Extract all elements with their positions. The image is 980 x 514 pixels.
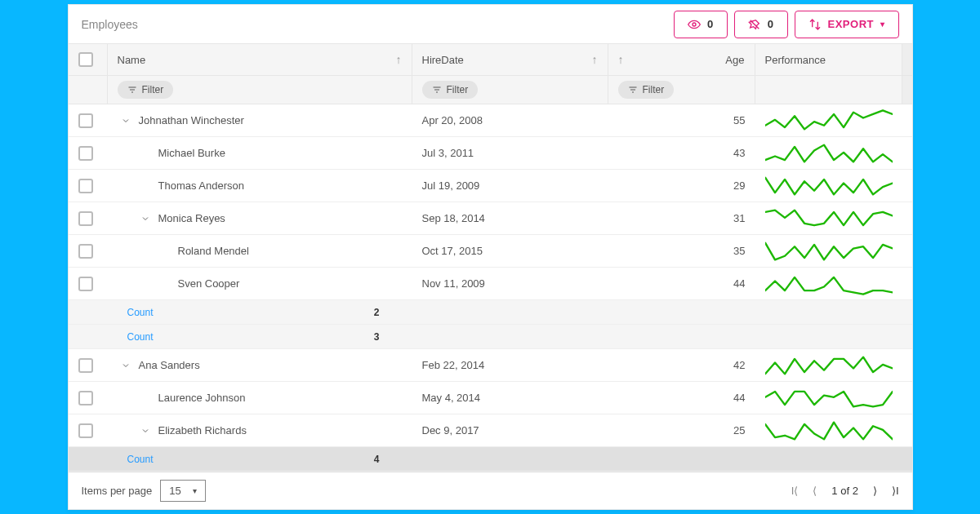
next-page-button[interactable]: ⟩ [873,485,877,497]
summary-label: Count [118,307,154,318]
sort-asc-icon: ↑ [592,53,598,66]
checkbox-icon[interactable] [78,358,93,373]
export-button[interactable]: EXPORT ▾ [795,11,899,38]
items-per-page-label: Items per page [82,485,153,497]
employee-name: Laurence Johnson [158,392,246,404]
last-page-button[interactable]: ⟩I [892,485,899,497]
column-header-age[interactable]: ↑ Age [608,44,755,75]
filter-chip[interactable]: Filter [118,81,174,99]
scrollbar-track [902,44,912,75]
cell-hiredate: Feb 22, 2014 [412,349,608,381]
checkbox-icon[interactable] [78,179,93,193]
page-size-select[interactable]: 15 ▾ [160,480,205,502]
row-checkbox-cell[interactable] [69,202,108,234]
sort-asc-icon: ↑ [618,53,624,66]
row-checkbox-cell[interactable] [69,235,108,267]
checkbox-icon[interactable] [78,113,93,128]
row-checkbox-cell[interactable] [69,268,108,299]
cell-hiredate: Sep 18, 2014 [412,202,608,234]
checkbox-icon[interactable] [78,146,93,161]
table-row[interactable]: Michael BurkeJul 3, 201143 [69,137,912,170]
employee-name: Johnathan Winchester [139,114,244,126]
chevron-down-icon: ▾ [193,486,197,495]
filter-chip[interactable]: Filter [618,81,675,99]
scrollbar-track [902,76,912,104]
page-info: 1 of 2 [831,485,858,497]
filter-cell-performance [755,76,902,104]
table-row[interactable]: Roland MendelOct 17, 201535 [69,235,912,268]
employee-name: Monica Reyes [158,212,225,224]
cell-age: 55 [608,104,755,136]
checkbox-icon[interactable] [78,277,93,291]
row-checkbox-cell[interactable] [69,414,108,446]
cell-name: Michael Burke [108,137,412,169]
page-title: Employees [82,18,668,31]
column-header-hiredate[interactable]: HireDate ↑ [412,44,608,75]
filter-chip[interactable]: Filter [422,81,479,99]
first-page-button[interactable]: I⟨ [791,485,799,497]
cell-name: Monica Reyes [108,202,412,234]
data-grid: Name ↑ HireDate ↑ ↑ Age Performance [69,44,912,472]
table-row[interactable]: Elizabeth RichardsDec 9, 201725 [69,414,912,447]
cell-performance [755,414,902,446]
row-checkbox-cell[interactable] [69,104,108,136]
row-checkbox-cell[interactable] [69,382,108,414]
table-row[interactable]: Thomas AndersonJul 19, 200929 [69,170,912,202]
table-row[interactable]: Laurence JohnsonMay 4, 201444 [69,382,912,414]
filter-label: Filter [447,84,469,95]
cell-performance [755,349,902,381]
chevron-down-icon[interactable] [140,426,152,436]
cell-name: Ana Sanders [108,349,412,381]
eye-icon [688,18,701,31]
column-label: Name [118,54,146,66]
toolbar: Employees 0 0 EXPORT ▾ [69,5,912,44]
row-checkbox-cell[interactable] [69,349,108,381]
checkbox-icon[interactable] [78,211,93,226]
cell-hiredate: Jul 3, 2011 [412,137,608,169]
sparkline-chart [765,353,893,378]
cell-performance [755,104,902,136]
cell-name: Thomas Anderson [108,170,412,202]
column-header-performance[interactable]: Performance [755,44,902,75]
row-checkbox-cell[interactable] [69,170,108,202]
chevron-down-icon[interactable] [121,361,132,370]
export-label: EXPORT [828,18,874,30]
cell-name: Johnathan Winchester [108,104,412,136]
table-row[interactable]: Sven CooperNov 11, 200944 [69,268,912,300]
employee-name: Michael Burke [158,147,225,159]
table-row[interactable]: Johnathan WinchesterApr 20, 200855 [69,104,912,137]
grid-body[interactable]: Johnathan WinchesterApr 20, 200855Michae… [69,104,912,447]
cell-age: 25 [608,414,755,446]
transfer-icon [808,18,822,31]
checkbox-icon[interactable] [78,52,93,67]
prev-page-button[interactable]: ⟨ [813,485,817,497]
filter-label: Filter [643,84,665,95]
table-row[interactable]: Ana SandersFeb 22, 201442 [69,349,912,382]
cell-age: 44 [608,268,755,299]
cell-performance [755,202,902,234]
cell-hiredate: May 4, 2014 [412,382,608,414]
checkbox-icon[interactable] [78,391,93,405]
checkbox-icon[interactable] [78,244,93,259]
pinned-columns-button[interactable]: 0 [734,11,788,38]
sparkline-chart [765,239,893,264]
sparkline-chart [765,206,893,231]
checkbox-icon[interactable] [78,423,93,438]
summary-row: Count3 [69,325,912,349]
chevron-down-icon[interactable] [121,116,132,126]
hidden-columns-button[interactable]: 0 [674,11,728,38]
page-size-control: Items per page 15 ▾ [82,480,206,502]
row-checkbox-cell[interactable] [69,137,108,169]
filter-cell-hiredate: Filter [412,76,608,104]
app-window: Employees 0 0 EXPORT ▾ Name ↑ Hir [68,4,913,510]
pager-footer: Items per page 15 ▾ I⟨ ⟨ 1 of 2 ⟩ ⟩I [69,472,912,509]
table-row[interactable]: Monica ReyesSep 18, 201431 [69,202,912,235]
summary-label: Count [118,331,154,343]
filter-icon [127,85,137,95]
column-header-name[interactable]: Name ↑ [108,44,412,75]
page-size-value: 15 [169,485,180,497]
cell-name: Sven Cooper [108,268,412,299]
select-all-cell[interactable] [69,44,108,75]
employee-name: Roland Mendel [178,245,249,257]
chevron-down-icon[interactable] [140,214,152,224]
